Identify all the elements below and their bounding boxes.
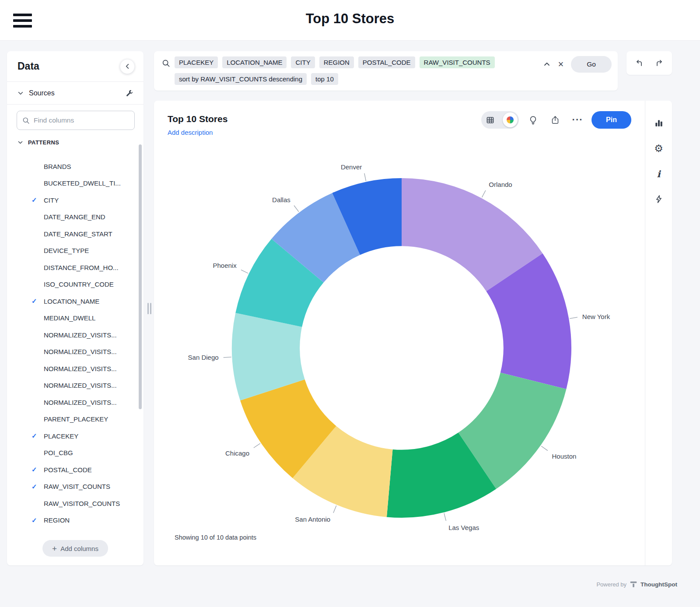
collapse-search-button[interactable] [543, 61, 550, 68]
info-button[interactable]: i [651, 165, 667, 182]
pin-button[interactable]: Pin [592, 111, 631, 129]
query-token[interactable]: REGION [319, 56, 354, 68]
go-button[interactable]: Go [571, 56, 612, 73]
chevron-down-icon [18, 140, 23, 145]
search-icon [22, 117, 30, 124]
search-bar: PLACEKEYLOCATION_NAMECITYREGIONPOSTAL_CO… [154, 51, 618, 91]
column-item[interactable]: POI_CBG [7, 445, 138, 462]
column-selected-check-icon: ✓ [32, 466, 40, 474]
gear-icon: ⚙ [654, 143, 663, 154]
column-item[interactable]: NORMALIZED_VISITS... [7, 344, 138, 361]
column-label: MEDIAN_DWELL [44, 314, 95, 322]
column-label: REGION [44, 516, 70, 524]
settings-button[interactable]: ⚙ [651, 140, 667, 157]
query-token[interactable]: CITY [291, 56, 315, 68]
patterns-section-header[interactable]: PATTERNS [7, 133, 144, 151]
column-label: LOCATION_NAME [44, 298, 99, 305]
find-columns-input[interactable] [34, 116, 129, 124]
app-header: Top 10 Stores [0, 0, 700, 41]
redo-button[interactable] [655, 59, 664, 67]
patterns-section-label: PATTERNS [28, 139, 59, 146]
chart-view-button[interactable] [503, 112, 518, 127]
thoughtspot-brand-label: ThoughtSpot [640, 581, 677, 588]
column-label: ISO_COUNTRY_CODE [44, 281, 114, 288]
column-label: NORMALIZED_VISITS... [44, 382, 117, 389]
answer-right-rail: ⚙ i [645, 101, 672, 565]
column-label: NORMALIZED_VISITS... [44, 399, 117, 406]
collapse-panel-button[interactable] [120, 59, 135, 74]
column-selected-check-icon: ✓ [32, 297, 40, 305]
column-item[interactable]: MEDIAN_DWELL [7, 310, 138, 327]
query-token[interactable]: RAW_VISIT_COUNTS [420, 56, 495, 68]
powered-by-footer: Powered by ThoughtSpot [596, 580, 677, 588]
column-item[interactable]: BUCKETED_DWELL_TI... [7, 175, 138, 192]
column-item[interactable]: NORMALIZED_VISITS... [7, 360, 138, 377]
column-item[interactable]: ✓REGION [7, 512, 138, 529]
column-item[interactable]: RELATED_SAME_DAY [7, 529, 138, 533]
column-item[interactable]: DATE_RANGE_START [7, 225, 138, 242]
add-columns-button[interactable]: + Add columns [42, 540, 108, 557]
query-token[interactable]: POSTAL_CODE [358, 56, 415, 68]
query-token[interactable]: sort by RAW_VISIT_COUNTS descending [175, 73, 307, 85]
share-button[interactable] [547, 112, 564, 128]
query-token[interactable]: PLACEKEY [175, 56, 218, 68]
column-item[interactable]: ✓LOCATION_NAME [7, 293, 138, 310]
query-token[interactable]: LOCATION_NAME [222, 56, 287, 68]
find-columns-search [17, 111, 135, 130]
column-item[interactable]: BRANDS [7, 158, 138, 175]
sources-section-header[interactable]: Sources [7, 82, 144, 105]
column-item[interactable]: NORMALIZED_VISITS... [7, 326, 138, 344]
column-item[interactable]: ✓RAW_VISIT_COUNTS [7, 478, 138, 495]
slice-leader-line [294, 206, 299, 212]
column-item[interactable]: DEVICE_TYPE [7, 242, 138, 260]
slice-label: Phoenix [213, 262, 237, 269]
column-item[interactable]: ISO_COUNTRY_CODE [7, 276, 138, 293]
panel-resize-handle[interactable] [147, 303, 151, 314]
column-item[interactable]: ✓PLACEKEY [7, 428, 138, 445]
column-item[interactable]: DATE_RANGE_END [7, 209, 138, 226]
column-item[interactable]: DISTANCE_FROM_HO... [7, 259, 138, 276]
column-item[interactable]: RAW_VISITOR_COUNTS [7, 495, 138, 512]
column-item[interactable]: NORMALIZED_VISITS... [7, 394, 138, 411]
donut-chart: OrlandoNew YorkHoustonLas VegasSan Anton… [157, 138, 647, 567]
column-item[interactable]: NORMALIZED_VISITS... [7, 377, 138, 394]
clear-search-button[interactable]: × [558, 60, 564, 69]
column-item[interactable]: ✓CITY [7, 192, 138, 209]
slice-label: New York [582, 313, 610, 320]
history-controls [626, 51, 672, 75]
bar-chart-icon [654, 118, 664, 128]
insights-button[interactable] [525, 112, 541, 128]
wrench-icon[interactable] [126, 89, 133, 97]
table-view-button[interactable] [483, 112, 497, 127]
column-label: DEVICE_TYPE [44, 247, 89, 254]
data-points-status: Showing 10 of 10 data points [175, 534, 256, 541]
view-toggle [481, 111, 519, 129]
more-actions-button[interactable]: ··· [569, 112, 586, 128]
column-item[interactable]: ✓POSTAL_CODE [7, 461, 138, 478]
slice-label: Las Vegas [448, 524, 479, 531]
undo-button[interactable] [635, 59, 644, 67]
answer-card: Top 10 Stores Add description [154, 101, 672, 565]
data-panel-title: Data [18, 60, 39, 72]
close-icon: × [558, 60, 564, 69]
redo-arrow-icon [655, 59, 664, 67]
chart-config-button[interactable] [651, 115, 667, 131]
share-icon [551, 116, 560, 124]
column-label: DISTANCE_FROM_HO... [44, 264, 119, 271]
add-columns-label: Add columns [60, 545, 98, 552]
slice-leader-line [482, 190, 486, 197]
slice-leader-line [224, 357, 231, 358]
column-item[interactable]: PARENT_PLACEKEY [7, 411, 138, 428]
column-selected-check-icon: ✓ [32, 483, 40, 491]
spotiq-button[interactable] [651, 191, 667, 207]
slice-leader-line [254, 443, 260, 448]
slice-label: Denver [341, 163, 362, 171]
slice-label: Orlando [489, 181, 512, 188]
column-list: BRANDSBUCKETED_DWELL_TI...✓CITYDATE_RANG… [7, 158, 138, 533]
sidebar-scrollbar[interactable] [139, 144, 142, 409]
add-description-link[interactable]: Add description [168, 129, 213, 136]
query-token[interactable]: top 10 [311, 73, 338, 85]
lightning-bolt-icon [654, 195, 663, 204]
column-label: PLACEKEY [44, 432, 78, 440]
plus-icon: + [52, 544, 57, 553]
